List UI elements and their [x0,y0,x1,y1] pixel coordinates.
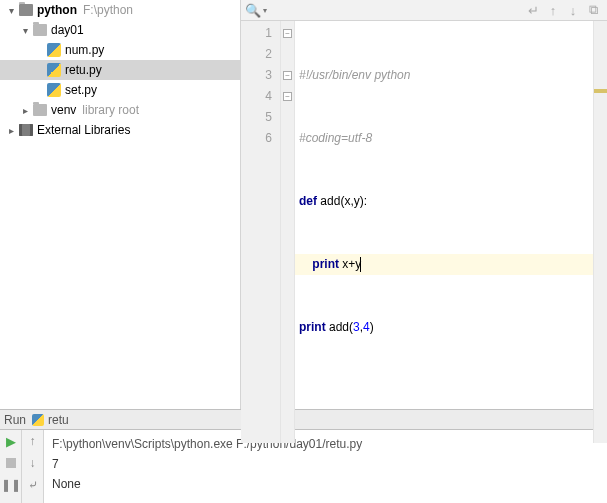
project-root-node[interactable]: ▾ python F:\python [0,0,240,20]
code-line-current[interactable]: print x+y [295,254,593,275]
fold-column: − − − [281,21,295,443]
run-toolbar-primary: ▶ ❚❚ [0,430,22,503]
arrow-up-icon[interactable]: ↑ [543,0,563,20]
code-lines[interactable]: #!/usr/bin/env python #coding=utf-8 def … [295,21,593,443]
caret-down-icon[interactable]: ▾ [4,5,18,16]
editor-pane: 🔍 ▾ ↵ ↑ ↓ ⧉ 1 2 3 4 5 6 − − − [241,0,607,409]
tree-label: day01 [51,23,84,37]
error-stripe[interactable] [593,21,607,443]
code-area[interactable]: 1 2 3 4 5 6 − − − #!/usr/bin/env python … [241,21,607,443]
line-gutter: 1 2 3 4 5 6 [241,21,281,443]
tree-file-set[interactable]: set.py [0,80,240,100]
line-number: 5 [241,107,272,128]
library-icon [19,124,33,136]
project-name: python [37,3,77,17]
output-line: 7 [52,454,599,474]
line-number: 3 [241,65,272,86]
tree-label: set.py [65,83,97,97]
run-toolbar-secondary: ↑ ↓ ⤶ [22,430,44,503]
line-number: 2 [241,44,272,65]
output-line: None [52,474,599,494]
fold-toggle-icon[interactable]: − [283,92,292,101]
filter-icon[interactable]: ⧉ [583,0,603,20]
code-line[interactable]: #coding=utf-8 [295,128,593,149]
tree-file-num[interactable]: num.py [0,40,240,60]
run-label: Run [4,413,26,427]
python-file-icon [47,83,61,97]
soft-wrap-button[interactable]: ⤶ [25,477,41,493]
code-line[interactable] [295,380,593,401]
code-line[interactable]: #!/usr/bin/env python [295,65,593,86]
tree-label: External Libraries [37,123,130,137]
python-file-icon [47,63,61,77]
code-line[interactable]: print add(3,4) [295,317,593,338]
caret-down-icon[interactable]: ▾ [18,25,32,36]
tree-label: num.py [65,43,104,57]
project-path: F:\python [83,3,133,17]
caret-right-icon[interactable]: ▸ [4,125,18,136]
line-number: 1 [241,23,272,44]
fold-toggle-icon[interactable]: − [283,71,292,80]
tree-label: retu.py [65,63,102,77]
tree-label: venv [51,103,76,117]
caret-right-icon[interactable]: ▸ [18,105,32,116]
project-tree[interactable]: ▾ python F:\python ▾ day01 num.py retu.p… [0,0,241,409]
text-cursor [360,257,361,272]
tree-file-retu[interactable]: retu.py [0,60,240,80]
scroll-up-button[interactable]: ↑ [25,433,41,449]
folder-icon [19,4,33,16]
python-file-icon [47,43,61,57]
search-input[interactable] [267,3,523,17]
arrow-down-icon[interactable]: ↓ [563,0,583,20]
code-line[interactable]: def add(x,y): [295,191,593,212]
scroll-down-button[interactable]: ↓ [25,455,41,471]
editor-search-bar: 🔍 ▾ ↵ ↑ ↓ ⧉ [241,0,607,21]
venv-note: library root [82,103,139,117]
search-icon[interactable]: 🔍 [245,3,261,18]
fold-toggle-icon[interactable]: − [283,29,292,38]
stop-button[interactable] [3,455,19,471]
line-number: 4 [241,86,272,107]
run-button[interactable]: ▶ [3,433,19,449]
enter-icon[interactable]: ↵ [523,0,543,20]
run-config-name: retu [48,413,69,427]
folder-icon [33,104,47,116]
folder-icon [33,24,47,36]
tree-external-libraries[interactable]: ▸ External Libraries [0,120,240,140]
python-file-icon [32,414,44,426]
tree-folder-venv[interactable]: ▸ venv library root [0,100,240,120]
tree-folder-day01[interactable]: ▾ day01 [0,20,240,40]
pause-button[interactable]: ❚❚ [3,477,19,493]
line-number: 6 [241,128,272,149]
warning-marker[interactable] [594,89,607,93]
